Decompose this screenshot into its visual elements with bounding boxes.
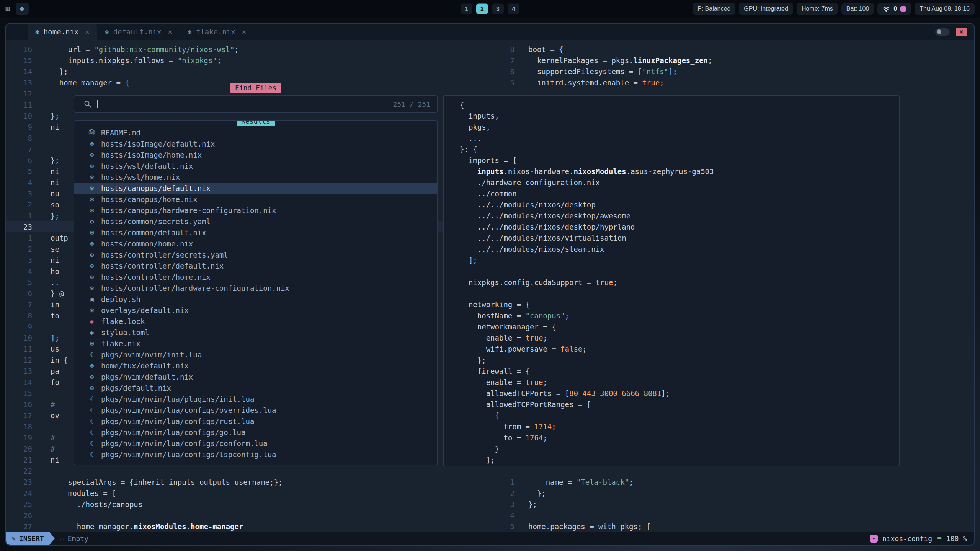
code-line: networkmanager = { bbox=[452, 321, 899, 332]
code-line: }; bbox=[452, 354, 899, 365]
file-result-item[interactable]: ❄pkgs/default.nix bbox=[74, 382, 437, 393]
file-result-item[interactable]: ❄hosts/wsl/home.nix bbox=[74, 171, 437, 183]
code-text: { bbox=[452, 101, 464, 109]
file-result-label: hosts/wsl/home.nix bbox=[101, 173, 180, 181]
file-result-item[interactable]: ●flake.lock bbox=[74, 316, 437, 327]
file-result-label: hosts/controller/hardware-configuration.… bbox=[101, 284, 289, 292]
code-text: enable = true; bbox=[452, 378, 547, 386]
sh-file-icon: ▣ bbox=[87, 295, 96, 303]
workspace-button[interactable]: 1 bbox=[461, 4, 472, 14]
file-result-item[interactable]: ❄pkgs/nvim/default.nix bbox=[74, 371, 437, 382]
line-number: 15 bbox=[6, 56, 43, 65]
file-result-item[interactable]: ⓂREADME.md bbox=[74, 127, 437, 138]
tray-app-icon[interactable] bbox=[900, 6, 906, 12]
status-module[interactable]: P: Balanced bbox=[693, 3, 735, 15]
file-result-item[interactable]: ▣deploy.sh bbox=[74, 293, 437, 305]
file-result-item[interactable]: ❄hosts/canopus/hardware-configuration.ni… bbox=[74, 205, 437, 216]
tab-close-icon[interactable]: × bbox=[242, 28, 246, 36]
line-number: 13 bbox=[6, 78, 43, 87]
md-file-icon: Ⓜ bbox=[87, 128, 96, 137]
code-text: }; bbox=[452, 356, 486, 364]
file-result-item[interactable]: ☾pkgs/nvim/nvim/lua/configs/overrides.lu… bbox=[74, 404, 437, 416]
file-result-item[interactable]: ☾pkgs/nvim/nvim/lua/configs/rust.lua bbox=[74, 416, 437, 427]
find-files-prompt[interactable]: Find Files 251 / 251 bbox=[74, 95, 438, 113]
code-text: # bbox=[43, 445, 55, 453]
file-result-item[interactable]: ❄hosts/controller/hardware-configuration… bbox=[74, 282, 437, 293]
file-result-item[interactable]: ❄flake.nix bbox=[74, 338, 437, 349]
workspace-button[interactable]: 3 bbox=[492, 4, 504, 14]
file-result-item[interactable]: ❄hosts/controller/home.nix bbox=[74, 271, 437, 282]
line-number: 3 bbox=[508, 500, 521, 509]
file-result-item[interactable]: ❄hosts/common/home.nix bbox=[74, 238, 437, 249]
file-result-item[interactable]: ☾pkgs/nvim/nvim/lua/plugins/init.lua bbox=[74, 393, 437, 404]
file-result-item[interactable]: ⚙hosts/common/secrets.yaml bbox=[74, 216, 437, 227]
editor-tab[interactable]: ❄flake.nix× bbox=[180, 24, 254, 40]
workspace-button[interactable]: 4 bbox=[508, 4, 519, 14]
code-line: ./hardware-configuration.nix bbox=[452, 177, 899, 188]
nix-file-icon: ❄ bbox=[87, 162, 96, 170]
app-launcher-icon[interactable]: ⊞ bbox=[5, 5, 10, 13]
file-result-label: pkgs/nvim/nvim/lua/configs/overrides.lua bbox=[101, 406, 276, 414]
code-line: 27 home-manager.nixosModules.home-manage… bbox=[6, 521, 506, 532]
code-line: 6 supportedFilesystems = ["ntfs"]; bbox=[508, 66, 974, 77]
file-result-item[interactable]: ❄hosts/isoImage/default.nix bbox=[74, 138, 437, 149]
line-number: 7 bbox=[508, 56, 521, 65]
nix-file-icon: ❄ bbox=[87, 340, 96, 347]
code-text: inputs.nixpkgs.follows = "nixpkgs"; bbox=[43, 56, 221, 65]
file-result-item[interactable]: ☾pkgs/nvim/nvim/init.lua bbox=[74, 349, 437, 360]
file-result-label: home/tux/default.nix bbox=[101, 362, 189, 370]
tab-close-icon[interactable]: × bbox=[85, 28, 89, 36]
line-number: 26 bbox=[6, 511, 43, 520]
code-line: wifi.powersave = false; bbox=[452, 343, 899, 354]
file-result-item[interactable]: ✱stylua.toml bbox=[74, 327, 437, 338]
file-result-item[interactable]: ❄hosts/canopus/home.nix bbox=[74, 194, 437, 205]
file-result-item[interactable]: ⚙hosts/controller/secrets.yaml bbox=[74, 249, 437, 260]
topbar-right: P: BalancedGPU: IntegratedHome: 7msBat: … bbox=[693, 3, 975, 15]
code-text: ... bbox=[452, 134, 482, 142]
line-number: 2 bbox=[6, 245, 43, 253]
file-result-item[interactable]: ❄home/tux/default.nix bbox=[74, 360, 437, 371]
code-line: firewall = { bbox=[452, 365, 899, 377]
lock-file-icon: ● bbox=[87, 318, 96, 324]
clock[interactable]: Thu Aug 08, 18:16 bbox=[915, 3, 975, 15]
nix-file-icon: ❄ bbox=[87, 384, 96, 392]
file-result-item[interactable]: ☾pkgs/nvim/nvim/lua/configs/lspconfig.lu… bbox=[74, 449, 437, 460]
status-module[interactable]: Bat: 100 bbox=[841, 3, 874, 15]
line-number: 8 bbox=[508, 45, 521, 54]
file-result-item[interactable]: ☾pkgs/nvim/nvim/lua/configs/go.lua bbox=[74, 427, 437, 438]
code-line: inputs.nixos-hardware.nixosModules.asus-… bbox=[452, 166, 899, 177]
file-result-label: hosts/wsl/default.nix bbox=[101, 162, 193, 170]
code-text: ]; bbox=[43, 334, 59, 342]
editor-tab[interactable]: ❄home.nix× bbox=[28, 24, 97, 40]
code-text: ../../modules/nixos/steam.nix bbox=[452, 245, 604, 253]
lua-file-icon: ☾ bbox=[87, 451, 96, 458]
status-module[interactable]: Home: 7ms bbox=[797, 3, 838, 15]
file-result-item[interactable]: ❄overlays/default.nix bbox=[74, 305, 437, 316]
window-close-button[interactable]: × bbox=[956, 28, 967, 36]
file-result-item[interactable]: ❄hosts/controller/default.nix bbox=[74, 260, 437, 271]
tab-close-icon[interactable]: × bbox=[168, 28, 172, 36]
line-number: 6 bbox=[6, 289, 43, 298]
nix-file-icon: ❄ bbox=[87, 184, 96, 192]
file-result-label: hosts/common/home.nix bbox=[101, 240, 193, 248]
file-result-item[interactable]: ☾pkgs/nvim/nvim/lua/configs/conform.lua bbox=[74, 438, 437, 449]
file-result-item[interactable]: ❄hosts/common/default.nix bbox=[74, 227, 437, 238]
nix-file-icon: ❄ bbox=[87, 229, 96, 236]
system-tray[interactable]: 0 bbox=[877, 3, 911, 15]
nixos-logo-icon[interactable]: ❄ bbox=[16, 3, 29, 15]
code-text: enable = true; bbox=[452, 334, 547, 342]
workspace-switcher: 1234 bbox=[461, 4, 519, 14]
editor-tab[interactable]: ❄default.nix× bbox=[97, 24, 180, 40]
file-result-label: hosts/canopus/home.nix bbox=[101, 195, 198, 204]
workspace-button[interactable]: 2 bbox=[476, 4, 488, 14]
file-result-label: hosts/controller/home.nix bbox=[101, 273, 211, 281]
line-number: 16 bbox=[6, 45, 43, 54]
file-result-label: pkgs/nvim/nvim/lua/plugins/init.lua bbox=[101, 395, 254, 403]
window-toggle[interactable] bbox=[935, 28, 950, 36]
file-result-item[interactable]: ❄hosts/isoImage/home.nix bbox=[74, 149, 437, 160]
file-result-item[interactable]: ❄hosts/canopus/default.nix bbox=[74, 183, 437, 194]
file-result-item[interactable]: ❄hosts/wsl/default.nix bbox=[74, 160, 437, 171]
line-number: 15 bbox=[6, 389, 43, 398]
line-number: 19 bbox=[6, 434, 43, 442]
status-module[interactable]: GPU: Integrated bbox=[739, 3, 793, 15]
